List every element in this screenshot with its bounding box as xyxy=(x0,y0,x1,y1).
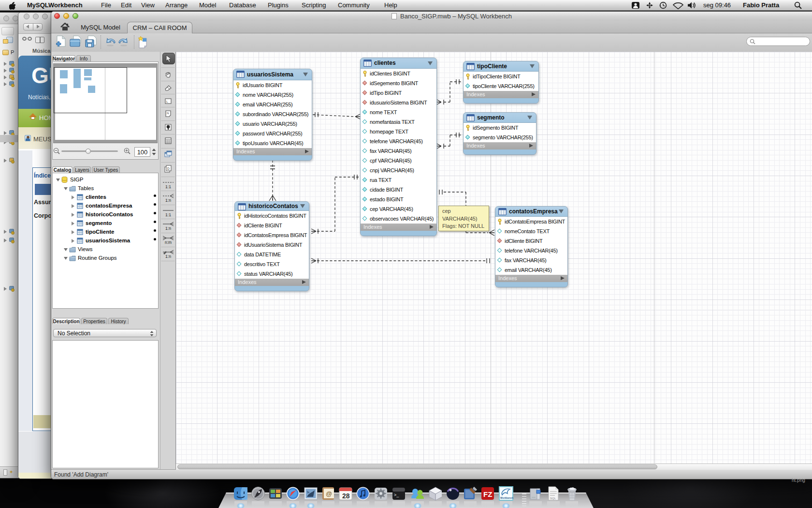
svg-text:SQL: SQL xyxy=(550,497,556,500)
svg-text:FZ: FZ xyxy=(483,490,492,498)
svg-text:Workbench: Workbench xyxy=(500,496,513,499)
svg-text:>_: >_ xyxy=(394,493,399,497)
svg-text:@: @ xyxy=(326,490,332,497)
svg-text:28: 28 xyxy=(342,492,350,500)
